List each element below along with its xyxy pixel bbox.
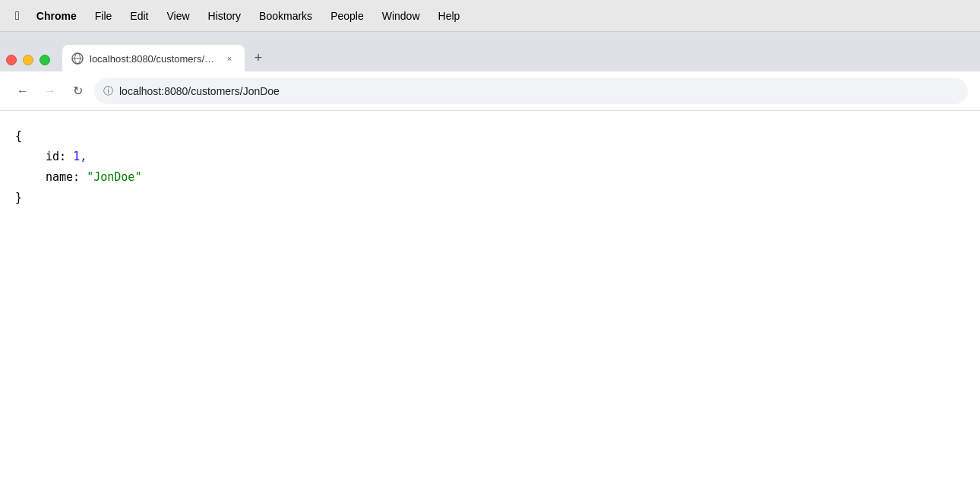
window-menu[interactable]: Window (375, 7, 428, 25)
apple-menu[interactable]:  (9, 6, 26, 26)
file-menu[interactable]: File (87, 7, 120, 25)
tab-close-button[interactable]: × (223, 52, 236, 65)
maximize-window-button[interactable] (40, 55, 50, 65)
help-menu[interactable]: Help (431, 7, 468, 25)
json-close-brace: } (15, 188, 965, 208)
close-window-button[interactable] (6, 55, 17, 65)
json-content: { id: 1, name: "JonDoe" } (0, 111, 980, 223)
url-text: localhost:8080/customers/JonDoe (119, 85, 959, 97)
minimize-window-button[interactable] (23, 55, 33, 65)
traffic-lights (6, 55, 50, 65)
reload-button[interactable]: ↻ (67, 81, 88, 102)
json-field-id: id: 1, (15, 147, 965, 167)
bookmarks-menu[interactable]: Bookmarks (251, 7, 320, 25)
navbar: ← → ↻ ⓘ localhost:8080/customers/JonDoe (0, 71, 980, 111)
info-icon: ⓘ (103, 84, 113, 98)
history-menu[interactable]: History (201, 7, 249, 25)
address-bar[interactable]: ⓘ localhost:8080/customers/JonDoe (94, 78, 968, 104)
tabbar: localhost:8080/customers/Jon × + (0, 32, 980, 71)
tab-favicon-icon (71, 52, 84, 65)
json-open-brace: { (15, 126, 965, 147)
chrome-menu[interactable]: Chrome (29, 7, 84, 25)
forward-button[interactable]: → (40, 81, 61, 102)
back-button[interactable]: ← (12, 81, 33, 102)
view-menu[interactable]: View (159, 7, 197, 25)
browser-tab[interactable]: localhost:8080/customers/Jon × (62, 45, 245, 72)
edit-menu[interactable]: Edit (122, 7, 156, 25)
menubar:  Chrome File Edit View History Bookmark… (0, 0, 980, 32)
people-menu[interactable]: People (323, 7, 371, 25)
tab-title: localhost:8080/customers/Jon (90, 53, 217, 65)
new-tab-button[interactable]: + (248, 47, 269, 68)
json-field-name: name: "JonDoe" (15, 167, 965, 188)
